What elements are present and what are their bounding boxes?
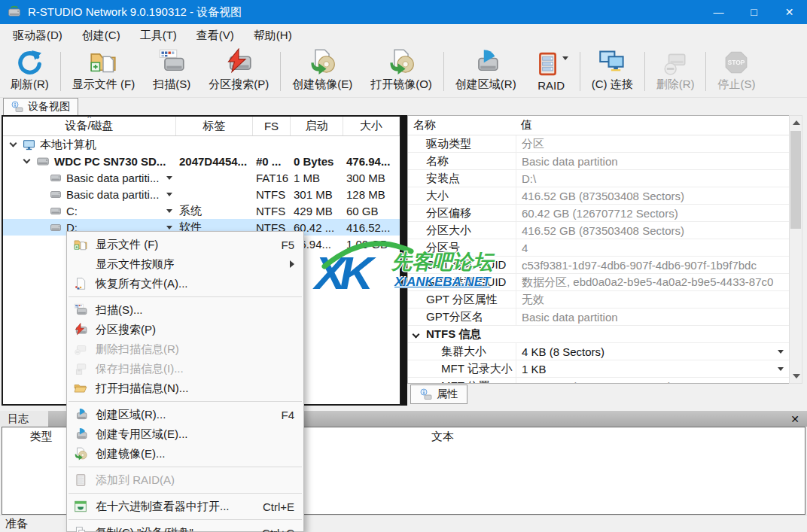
create-region-button[interactable]: 创建区域(R) bbox=[446, 48, 525, 95]
create-region-icon bbox=[472, 48, 499, 75]
menu-item-remove-scan-info: 删除扫描信息(R) bbox=[67, 339, 303, 359]
tab-device-view[interactable]: 设备视图 bbox=[3, 98, 78, 115]
menu-item-show-files[interactable]: 显示文件 (F) F5 bbox=[67, 235, 303, 254]
dropdown-arrow[interactable] bbox=[778, 367, 784, 371]
menu-view[interactable]: 查看(V) bbox=[187, 26, 244, 46]
connect-button[interactable]: (C) 连接 bbox=[583, 48, 642, 95]
toolbar-separator bbox=[705, 52, 706, 91]
dropdown-arrow[interactable] bbox=[166, 226, 172, 230]
partition-search-icon bbox=[225, 48, 252, 75]
app-icon bbox=[8, 5, 21, 19]
dropdown-arrow[interactable] bbox=[166, 209, 172, 213]
property-row-mft-record-size[interactable]: MFT 记录大小1 KB bbox=[408, 360, 789, 378]
properties-header: 名称 值 bbox=[408, 116, 789, 135]
menu-item-scan[interactable]: 扫描(S)... bbox=[67, 300, 303, 320]
stop-button: 停止(S) bbox=[708, 48, 764, 95]
save-scan-info-icon bbox=[74, 362, 87, 375]
maximize-button[interactable]: □ bbox=[736, 0, 772, 24]
tab-properties[interactable]: 属性 bbox=[410, 385, 467, 404]
scrollbar-thumb[interactable] bbox=[790, 131, 801, 229]
menu-item-save-scan-info: 保存扫描信息(I)... bbox=[67, 359, 303, 378]
property-row-drive-type: 驱动类型分区 bbox=[408, 135, 789, 153]
toolbar-separator bbox=[580, 52, 580, 91]
computer-icon bbox=[23, 138, 35, 151]
context-menu: 显示文件 (F) F5 显示文件按顺序 恢复所有文件(A)... 扫描(S)..… bbox=[66, 231, 304, 532]
device-view-icon bbox=[11, 101, 23, 113]
menu-item-create-exclusive-region[interactable]: 创建专用区域(E)... bbox=[67, 424, 303, 444]
property-section-ntfs-info[interactable]: NTFS 信息 bbox=[408, 326, 789, 343]
column-header-label[interactable]: 标签 bbox=[176, 117, 253, 135]
drive-icon bbox=[36, 154, 50, 168]
menu-item-partition-search[interactable]: 分区搜索(P) bbox=[67, 320, 303, 339]
property-row-mft-position: MFT 位置13.00 GB (27265024 Sectors) bbox=[408, 378, 789, 384]
properties-scrollbar[interactable] bbox=[789, 115, 802, 384]
property-row-cluster-size[interactable]: 集群大小4 KB (8 Sectors) bbox=[408, 343, 789, 360]
delete-button: 删除(R) bbox=[647, 48, 704, 95]
scroll-down-arrow[interactable] bbox=[793, 374, 800, 378]
log-title: 日志 bbox=[0, 411, 48, 427]
dropdown-arrow[interactable] bbox=[778, 350, 784, 354]
title-bar: R-STUDIO Network 9.0.190312 - 设备视图 — □ ✕ bbox=[0, 0, 807, 24]
tree-row-local-computer[interactable]: 本地计算机 bbox=[3, 136, 400, 153]
dropdown-arrow[interactable] bbox=[166, 193, 172, 196]
column-header-size[interactable]: 大小 bbox=[343, 117, 400, 135]
column-header-device[interactable]: ^ 设备/磁盘 bbox=[3, 117, 176, 135]
expander-icon[interactable] bbox=[23, 156, 31, 163]
open-scan-info-icon bbox=[74, 382, 87, 395]
property-row-partition-number: 分区号4 bbox=[408, 239, 789, 257]
panel-splitter[interactable] bbox=[401, 115, 407, 406]
partition-search-button[interactable]: 分区搜索(P) bbox=[199, 48, 278, 95]
menu-item-create-image[interactable]: 创建镜像(E)... bbox=[67, 444, 303, 464]
tree-row-partition-2[interactable]: Basic data partiti... NTFS 301 MB 128 MB bbox=[3, 186, 400, 202]
dropdown-arrow[interactable] bbox=[166, 176, 172, 180]
property-row-gpt-attributes: GPT 分区属性无效 bbox=[408, 291, 789, 309]
properties-icon bbox=[420, 388, 432, 400]
partition-icon bbox=[50, 221, 62, 233]
column-header-name: 名称 bbox=[408, 118, 516, 132]
column-header-fs[interactable]: FS bbox=[253, 117, 291, 135]
properties-panel: 名称 值 驱动类型分区 名称Basic data partition 安装点D:… bbox=[407, 115, 789, 384]
tab-strip: 设备视图 bbox=[0, 98, 807, 115]
menu-item-open-scan-info[interactable]: 打开扫描信息(N)... bbox=[67, 378, 303, 398]
menu-create[interactable]: 创建(C) bbox=[72, 26, 130, 46]
scan-icon bbox=[158, 48, 185, 75]
property-row-size: 大小416.52 GB (873503408 Sectors) bbox=[408, 187, 789, 205]
show-files-icon bbox=[74, 238, 87, 251]
tree-row-disk-wdc[interactable]: WDC PC SN730 SD... 2047D4454... #0 ... 0… bbox=[3, 153, 400, 169]
open-image-icon bbox=[388, 48, 415, 75]
menu-item-copy[interactable]: 复制(C) "设备/磁盘" Ctrl+C bbox=[67, 523, 303, 532]
expander-icon[interactable] bbox=[10, 139, 17, 147]
menu-item-recover-all-files[interactable]: 恢复所有文件(A)... bbox=[67, 274, 303, 293]
open-image-button[interactable]: 打开镜像(O) bbox=[361, 48, 441, 95]
property-row-gpt-partition-guid: GPT 分区 GUIDc53f9381-1d97-4db6-907f-4db6-… bbox=[408, 257, 789, 274]
menu-item-create-region[interactable]: 创建区域(R)... F4 bbox=[67, 405, 303, 424]
status-ready: 准备 bbox=[5, 517, 28, 531]
menu-help[interactable]: 帮助(H) bbox=[244, 26, 302, 46]
show-files-icon bbox=[90, 48, 117, 75]
scroll-up-arrow[interactable] bbox=[793, 120, 800, 125]
toolbar-separator bbox=[644, 52, 645, 91]
log-close-icon[interactable]: ✕ bbox=[787, 411, 802, 427]
menu-drives[interactable]: 驱动器(D) bbox=[3, 26, 72, 46]
create-image-button[interactable]: 创建镜像(E) bbox=[283, 48, 361, 95]
scan-button[interactable]: 扫描(S) bbox=[144, 48, 199, 95]
refresh-button[interactable]: 刷新(R) bbox=[2, 48, 58, 95]
menu-tools[interactable]: 工具(T) bbox=[130, 26, 187, 46]
toolbar-separator bbox=[280, 52, 281, 91]
property-row-partition-offset: 分区偏移60.42 GB (126707712 Sectors) bbox=[408, 205, 789, 222]
raid-button[interactable]: RAID bbox=[525, 48, 577, 95]
menu-item-show-files-ordered[interactable]: 显示文件按顺序 bbox=[67, 254, 303, 274]
recover-files-icon bbox=[74, 277, 87, 290]
minimize-button[interactable]: — bbox=[701, 0, 736, 24]
property-row-gpt-type-guid: GPT 类型 GUID数据分区, ebd0a0a2-b9e5-4a0a2-b9e… bbox=[408, 274, 789, 291]
menu-item-open-in-hex-viewer[interactable]: 在十六进制查看器中打开... Ctrl+E bbox=[67, 497, 303, 516]
tree-row-drive-c[interactable]: C: 系统 NTFS 429 MB 60 GB bbox=[3, 202, 400, 219]
toolbar-separator bbox=[60, 52, 61, 91]
show-files-button[interactable]: 显示文件 (F) bbox=[63, 48, 144, 95]
close-button[interactable]: ✕ bbox=[772, 0, 807, 24]
menu-separator bbox=[69, 467, 302, 467]
tree-row-partition-1[interactable]: Basic data partiti... FAT16 1 MB 300 MB bbox=[3, 169, 400, 186]
create-region-icon bbox=[74, 408, 87, 421]
column-header-start[interactable]: 启动 bbox=[291, 117, 343, 135]
raid-dropdown-arrow[interactable] bbox=[562, 56, 568, 60]
